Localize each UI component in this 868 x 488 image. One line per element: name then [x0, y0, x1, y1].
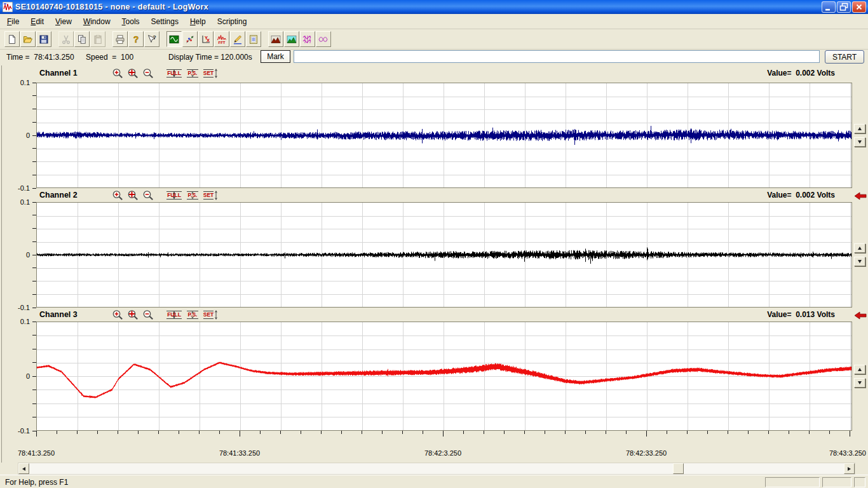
menu-scripting[interactable]: Scripting: [212, 15, 253, 28]
channel-2-down-button[interactable]: [854, 257, 865, 266]
print-button[interactable]: [112, 31, 128, 47]
y-label-zero: 0: [26, 251, 30, 259]
logworx-window: SE10140740-10181015 - none - default - L…: [0, 0, 868, 488]
channel-2-plot: [36, 202, 852, 308]
ps-scale-icon[interactable]: P.S.: [186, 68, 200, 79]
x-axis-label: 78:43:3.250: [829, 449, 866, 457]
x-axis-tick: [687, 431, 688, 434]
right-arrow-icon: [848, 467, 851, 471]
svg-text:SET: SET: [203, 192, 214, 198]
svg-text:P.S.: P.S.: [188, 192, 198, 198]
scope-display-icon: [169, 34, 179, 44]
new-button[interactable]: [4, 31, 20, 47]
zoom-all-icon[interactable]: [127, 309, 139, 320]
full-scale-icon[interactable]: FULL: [165, 190, 183, 201]
x-axis-tick: [768, 431, 769, 434]
channel-3-label: Channel 3: [39, 310, 78, 319]
channel-2-up-button[interactable]: [854, 243, 865, 253]
menu-window[interactable]: Window: [78, 15, 116, 28]
view-multi-grid-button[interactable]: [300, 31, 315, 47]
channel-1-value: Value= 0.002 Volts: [767, 69, 835, 78]
x-axis-label: 78:42:33.250: [626, 449, 667, 457]
mark-button[interactable]: Mark: [261, 50, 290, 63]
scroll-left-button[interactable]: [18, 463, 29, 474]
channel-2-offset-spinner: [854, 243, 865, 270]
help-icon: ?: [131, 34, 141, 44]
marker-text-input[interactable]: [294, 50, 820, 63]
zoom-out-icon[interactable]: [142, 309, 154, 320]
open-button[interactable]: [20, 31, 36, 47]
scroll-thumb[interactable]: [673, 463, 684, 474]
scope-display-button[interactable]: [166, 31, 182, 47]
channel-1-plot-row: 0.1 0 -0.1: [0, 83, 868, 188]
app-waveform-icon: [3, 2, 13, 12]
menu-file[interactable]: File: [1, 15, 25, 28]
x-axis-tick: [484, 431, 484, 434]
minimize-button[interactable]: [822, 1, 836, 13]
zoom-all-icon[interactable]: [127, 190, 139, 201]
svg-text:FULL: FULL: [167, 192, 181, 198]
menu-help[interactable]: Help: [184, 15, 212, 28]
zoom-out-icon[interactable]: [142, 190, 154, 201]
menu-settings[interactable]: Settings: [146, 15, 184, 28]
view-red-mountains-button[interactable]: [268, 31, 283, 47]
x-axis-tick: [667, 431, 667, 434]
time-readout: Time = 78:41:3.250: [6, 53, 74, 62]
channel-1-waveform-canvas[interactable]: [37, 83, 851, 187]
scatter-plot-button[interactable]: [182, 31, 198, 47]
zoom-all-icon[interactable]: [127, 68, 139, 79]
channel-3-waveform-canvas[interactable]: [37, 322, 851, 430]
svg-text:FFT: FFT: [219, 41, 226, 44]
menu-view[interactable]: View: [50, 15, 78, 28]
x-axis-tick: [829, 431, 830, 434]
set-scale-icon[interactable]: SET: [202, 190, 219, 201]
channel-2-waveform-canvas[interactable]: [37, 203, 851, 307]
channel-1-up-button[interactable]: [854, 124, 865, 133]
svg-text:?: ?: [133, 34, 139, 44]
x-axis-tick: [280, 431, 281, 434]
fft-button[interactable]: FFT: [214, 31, 229, 47]
close-button[interactable]: [852, 1, 866, 13]
channel-3-down-button[interactable]: [854, 378, 865, 388]
help-button[interactable]: ?: [128, 31, 144, 47]
horizontal-scrollbar[interactable]: [18, 463, 855, 475]
restore-button[interactable]: [837, 1, 851, 13]
full-scale-icon[interactable]: FULL: [165, 68, 183, 79]
cut-button: [58, 31, 74, 47]
view-multi-waves-button[interactable]: [316, 31, 331, 47]
set-scale-icon[interactable]: SET: [202, 309, 219, 320]
channel-marker-arrow-icon[interactable]: [854, 311, 867, 320]
zoom-in-icon[interactable]: [112, 309, 124, 320]
xy-plot-button[interactable]: Y X: [198, 31, 214, 47]
save-button[interactable]: [36, 31, 51, 47]
x-axis-ticks: [36, 431, 852, 438]
menu-edit[interactable]: Edit: [25, 15, 50, 28]
zoom-in-icon[interactable]: [112, 190, 124, 201]
scroll-right-button[interactable]: [844, 463, 855, 474]
channel-settings-button[interactable]: [246, 31, 261, 47]
zoom-out-icon[interactable]: [142, 68, 154, 79]
set-scale-icon[interactable]: SET: [202, 68, 219, 79]
start-button[interactable]: START: [825, 50, 864, 64]
channel-1-offset-spinner: [854, 124, 865, 151]
zoom-in-icon[interactable]: [112, 68, 124, 79]
x-axis-label: 78:41:3.250: [18, 449, 55, 457]
context-help-button[interactable]: ?: [144, 31, 159, 47]
toolbar: ? ? Y X: [0, 29, 868, 50]
channel-marker-arrow-icon[interactable]: [854, 192, 867, 200]
svg-text:FULL: FULL: [167, 311, 181, 318]
x-axis-tick: [565, 431, 566, 434]
edit-pencil-button[interactable]: [230, 31, 245, 47]
ps-scale-icon[interactable]: P.S.: [186, 190, 200, 201]
channel-1-down-button[interactable]: [854, 137, 865, 147]
menu-tools[interactable]: Tools: [116, 15, 146, 28]
x-axis-tick: [423, 431, 423, 434]
view-green-mountains-button[interactable]: [284, 31, 299, 47]
channel-3-up-button[interactable]: [854, 365, 865, 374]
x-axis-tick: [646, 431, 647, 437]
ps-scale-icon[interactable]: P.S.: [186, 309, 200, 320]
full-scale-icon[interactable]: FULL: [165, 309, 183, 320]
x-axis-tick: [240, 431, 240, 437]
scatter-plot-icon: [185, 34, 195, 44]
copy-button[interactable]: [74, 31, 90, 47]
